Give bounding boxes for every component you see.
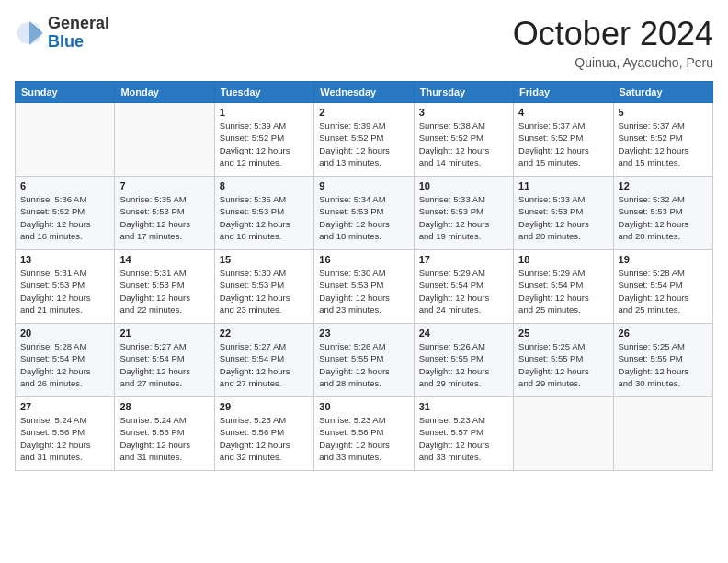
day-number: 31	[419, 401, 508, 412]
day-number: 20	[20, 327, 109, 339]
day-info: Sunrise: 5:33 AM Sunset: 5:53 PM Dayligh…	[419, 193, 508, 242]
day-cell: 17Sunrise: 5:29 AM Sunset: 5:54 PM Dayli…	[414, 250, 513, 324]
week-row-1: 1Sunrise: 5:39 AM Sunset: 5:52 PM Daylig…	[16, 103, 713, 177]
week-row-2: 6Sunrise: 5:36 AM Sunset: 5:52 PM Daylig…	[16, 177, 713, 250]
page-header: General Blue October 2024 Quinua, Ayacuc…	[15, 15, 713, 70]
calendar-header: SundayMondayTuesdayWednesdayThursdayFrid…	[16, 82, 713, 103]
day-cell	[514, 397, 613, 471]
header-cell-tuesday: Tuesday	[214, 82, 313, 103]
day-cell: 15Sunrise: 5:30 AM Sunset: 5:53 PM Dayli…	[214, 250, 313, 324]
day-number: 11	[518, 180, 608, 191]
day-cell: 16Sunrise: 5:30 AM Sunset: 5:53 PM Dayli…	[314, 250, 414, 324]
day-info: Sunrise: 5:30 AM Sunset: 5:53 PM Dayligh…	[319, 267, 408, 316]
day-cell: 19Sunrise: 5:28 AM Sunset: 5:54 PM Dayli…	[613, 250, 712, 324]
day-number: 10	[419, 180, 508, 191]
day-cell: 10Sunrise: 5:33 AM Sunset: 5:53 PM Dayli…	[414, 177, 513, 250]
day-number: 19	[619, 254, 708, 265]
day-cell	[16, 103, 115, 177]
calendar-body: 1Sunrise: 5:39 AM Sunset: 5:52 PM Daylig…	[16, 103, 713, 471]
day-cell: 25Sunrise: 5:25 AM Sunset: 5:55 PM Dayli…	[514, 324, 613, 397]
day-number: 30	[319, 401, 408, 412]
logo-blue: Blue	[48, 33, 109, 52]
day-cell: 4Sunrise: 5:37 AM Sunset: 5:52 PM Daylig…	[514, 103, 613, 177]
day-number: 4	[518, 107, 608, 118]
logo-general: General	[48, 15, 109, 33]
month-title: October 2024	[513, 15, 713, 53]
header-row: SundayMondayTuesdayWednesdayThursdayFrid…	[16, 82, 713, 103]
day-number: 5	[619, 107, 708, 118]
day-info: Sunrise: 5:27 AM Sunset: 5:54 PM Dayligh…	[119, 340, 209, 389]
header-cell-saturday: Saturday	[613, 82, 712, 103]
day-number: 26	[619, 327, 708, 339]
header-cell-monday: Monday	[115, 82, 214, 103]
day-number: 1	[220, 107, 309, 118]
day-cell: 31Sunrise: 5:23 AM Sunset: 5:57 PM Dayli…	[414, 397, 513, 471]
day-number: 7	[119, 180, 209, 191]
day-info: Sunrise: 5:39 AM Sunset: 5:52 PM Dayligh…	[319, 120, 408, 168]
day-info: Sunrise: 5:28 AM Sunset: 5:54 PM Dayligh…	[619, 267, 708, 316]
header-cell-wednesday: Wednesday	[314, 82, 414, 103]
week-row-5: 27Sunrise: 5:24 AM Sunset: 5:56 PM Dayli…	[16, 397, 713, 471]
day-cell: 22Sunrise: 5:27 AM Sunset: 5:54 PM Dayli…	[214, 324, 313, 397]
day-number: 29	[220, 401, 309, 412]
day-info: Sunrise: 5:27 AM Sunset: 5:54 PM Dayligh…	[220, 340, 309, 389]
header-cell-sunday: Sunday	[16, 82, 115, 103]
day-cell	[115, 103, 214, 177]
day-number: 27	[20, 401, 109, 412]
day-number: 9	[319, 180, 408, 191]
day-number: 23	[319, 327, 408, 339]
day-number: 3	[419, 107, 508, 118]
day-cell: 8Sunrise: 5:35 AM Sunset: 5:53 PM Daylig…	[214, 177, 313, 250]
day-cell	[613, 397, 712, 471]
day-info: Sunrise: 5:29 AM Sunset: 5:54 PM Dayligh…	[419, 267, 508, 316]
day-cell: 12Sunrise: 5:32 AM Sunset: 5:53 PM Dayli…	[613, 177, 712, 250]
day-number: 24	[419, 327, 508, 339]
day-info: Sunrise: 5:37 AM Sunset: 5:52 PM Dayligh…	[518, 120, 608, 168]
day-info: Sunrise: 5:36 AM Sunset: 5:52 PM Dayligh…	[20, 193, 109, 242]
title-section: October 2024 Quinua, Ayacucho, Peru	[513, 15, 713, 70]
day-info: Sunrise: 5:23 AM Sunset: 5:57 PM Dayligh…	[419, 414, 508, 463]
day-number: 6	[20, 180, 109, 191]
day-cell: 21Sunrise: 5:27 AM Sunset: 5:54 PM Dayli…	[115, 324, 214, 397]
day-cell: 9Sunrise: 5:34 AM Sunset: 5:53 PM Daylig…	[314, 177, 414, 250]
day-cell: 27Sunrise: 5:24 AM Sunset: 5:56 PM Dayli…	[16, 397, 115, 471]
day-cell: 2Sunrise: 5:39 AM Sunset: 5:52 PM Daylig…	[314, 103, 414, 177]
day-number: 12	[619, 180, 708, 191]
week-row-3: 13Sunrise: 5:31 AM Sunset: 5:53 PM Dayli…	[16, 250, 713, 324]
day-info: Sunrise: 5:39 AM Sunset: 5:52 PM Dayligh…	[220, 120, 309, 168]
day-info: Sunrise: 5:35 AM Sunset: 5:53 PM Dayligh…	[220, 193, 309, 242]
day-number: 16	[319, 254, 408, 265]
week-row-4: 20Sunrise: 5:28 AM Sunset: 5:54 PM Dayli…	[16, 324, 713, 397]
day-info: Sunrise: 5:31 AM Sunset: 5:53 PM Dayligh…	[119, 267, 209, 316]
day-info: Sunrise: 5:24 AM Sunset: 5:56 PM Dayligh…	[119, 414, 209, 463]
day-cell: 1Sunrise: 5:39 AM Sunset: 5:52 PM Daylig…	[214, 103, 313, 177]
day-info: Sunrise: 5:28 AM Sunset: 5:54 PM Dayligh…	[20, 340, 109, 389]
logo: General Blue	[15, 15, 109, 52]
day-number: 18	[518, 254, 608, 265]
day-cell: 29Sunrise: 5:23 AM Sunset: 5:56 PM Dayli…	[214, 397, 313, 471]
day-number: 14	[119, 254, 209, 265]
day-info: Sunrise: 5:23 AM Sunset: 5:56 PM Dayligh…	[220, 414, 309, 463]
day-cell: 23Sunrise: 5:26 AM Sunset: 5:55 PM Dayli…	[314, 324, 414, 397]
day-info: Sunrise: 5:33 AM Sunset: 5:53 PM Dayligh…	[518, 193, 608, 242]
day-info: Sunrise: 5:30 AM Sunset: 5:53 PM Dayligh…	[220, 267, 309, 316]
day-info: Sunrise: 5:29 AM Sunset: 5:54 PM Dayligh…	[518, 267, 608, 316]
day-cell: 3Sunrise: 5:38 AM Sunset: 5:52 PM Daylig…	[414, 103, 513, 177]
day-info: Sunrise: 5:31 AM Sunset: 5:53 PM Dayligh…	[20, 267, 109, 316]
location: Quinua, Ayacucho, Peru	[513, 55, 713, 70]
day-info: Sunrise: 5:32 AM Sunset: 5:53 PM Dayligh…	[619, 193, 708, 242]
day-number: 2	[319, 107, 408, 118]
day-number: 21	[119, 327, 209, 339]
day-info: Sunrise: 5:38 AM Sunset: 5:52 PM Dayligh…	[419, 120, 508, 168]
day-cell: 7Sunrise: 5:35 AM Sunset: 5:53 PM Daylig…	[115, 177, 214, 250]
day-cell: 24Sunrise: 5:26 AM Sunset: 5:55 PM Dayli…	[414, 324, 513, 397]
day-info: Sunrise: 5:26 AM Sunset: 5:55 PM Dayligh…	[319, 340, 408, 389]
day-info: Sunrise: 5:25 AM Sunset: 5:55 PM Dayligh…	[518, 340, 608, 389]
day-info: Sunrise: 5:26 AM Sunset: 5:55 PM Dayligh…	[419, 340, 508, 389]
day-info: Sunrise: 5:25 AM Sunset: 5:55 PM Dayligh…	[619, 340, 708, 389]
day-cell: 5Sunrise: 5:37 AM Sunset: 5:52 PM Daylig…	[613, 103, 712, 177]
header-cell-thursday: Thursday	[414, 82, 513, 103]
day-cell: 20Sunrise: 5:28 AM Sunset: 5:54 PM Dayli…	[16, 324, 115, 397]
day-cell: 18Sunrise: 5:29 AM Sunset: 5:54 PM Dayli…	[514, 250, 613, 324]
day-cell: 14Sunrise: 5:31 AM Sunset: 5:53 PM Dayli…	[115, 250, 214, 324]
